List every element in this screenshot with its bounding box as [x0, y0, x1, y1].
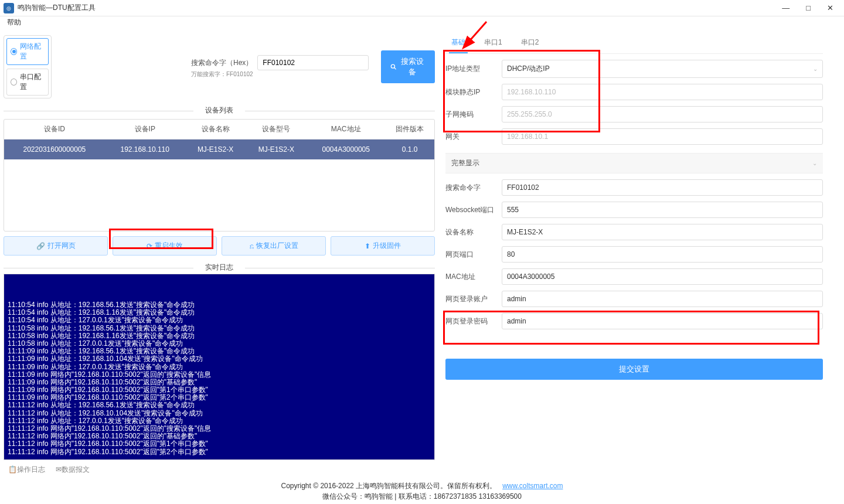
table-header: 设备名称 — [185, 120, 246, 139]
network-config-radio[interactable]: 网络配置 — [6, 38, 49, 65]
pass-label: 网页登录密码 — [445, 316, 502, 326]
table-cell: 0.1.0 — [385, 139, 434, 160]
upload-icon: ⬆ — [365, 242, 370, 250]
searchcmd-label: 搜索命令字 — [445, 183, 502, 193]
radio-dot-icon — [11, 48, 17, 55]
gateway-label: 网关 — [445, 132, 502, 142]
log-line: 11:11:09 info 网络内"192.168.10.110:5002"返回… — [8, 371, 431, 379]
table-cell: 192.168.10.110 — [105, 139, 185, 160]
webport-input[interactable]: 80 — [502, 246, 823, 263]
log-output[interactable]: 11:10:54 info 从地址：192.168.56.1发送"搜索设备"命令… — [4, 274, 435, 460]
mac-input[interactable]: 0004A3000005 — [502, 268, 823, 285]
menubar: 帮助 — [0, 16, 844, 29]
log-line: 11:11:12 info 网络内"192.168.10.110:5002"返回… — [8, 448, 431, 456]
log-line: 11:11:09 info 从地址：192.168.10.104发送"搜索设备"… — [8, 355, 431, 363]
wsport-label: Websocket端口 — [445, 205, 502, 215]
table-cell: MJ-E1S2-X — [185, 139, 246, 160]
link-icon: 🔗 — [36, 242, 45, 250]
mac-label: MAC地址 — [445, 272, 502, 282]
footer: Copyright © 2016-2022 上海鸣驹智能科技有限公司。保留所有权… — [0, 478, 844, 504]
chevron-down-icon: ⌄ — [812, 160, 817, 166]
table-header: 设备IP — [105, 120, 185, 139]
search-cmd-label: 搜索命令字（Hex） — [191, 58, 253, 68]
open-web-button[interactable]: 🔗打开网页 — [4, 236, 108, 256]
webport-label: 网页端口 — [445, 250, 502, 260]
log-line: 11:11:09 info 从地址：127.0.0.1发送"搜索设备"命令成功 — [8, 363, 431, 371]
minimize-button[interactable]: — — [782, 4, 789, 12]
window-title: 鸣驹智能—DTU配置工具 — [18, 3, 96, 13]
app-logo: ◎ — [4, 3, 14, 13]
tab-data-frames[interactable]: ✉数据报文 — [56, 465, 90, 475]
search-icon — [390, 63, 397, 70]
table-cell: MJ-E1S2-X — [246, 139, 307, 160]
iptype-select[interactable]: DHCP/动态IP⌄ — [502, 60, 823, 78]
log-line: 11:11:12 info 从地址：192.168.56.1发送"搜索设备"命令… — [8, 401, 431, 409]
devname-label: 设备名称 — [445, 227, 502, 237]
log-line: 11:10:54 info 从地址：127.0.0.1发送"搜索设备"命令成功 — [8, 316, 431, 324]
config-mode-group: 网络配置 串口配置 — [4, 35, 52, 98]
upgrade-firmware-button[interactable]: ⬆升级固件 — [331, 236, 435, 256]
full-display-toggle[interactable]: 完整显示⌄ — [445, 153, 823, 173]
table-header: 设备ID — [4, 120, 105, 139]
search-device-button[interactable]: 搜索设备 — [381, 50, 435, 83]
user-label: 网页登录账户 — [445, 294, 502, 304]
gateway-input[interactable]: 192.168.10.1 — [502, 128, 823, 145]
log-title: 实时日志 — [4, 263, 435, 273]
tab-operation-log[interactable]: 📋操作日志 — [8, 465, 45, 475]
searchcmd-input[interactable]: FF010102 — [502, 179, 823, 196]
search-cmd-input[interactable] — [257, 55, 369, 70]
maximize-button[interactable]: □ — [806, 4, 811, 12]
table-header: MAC地址 — [307, 120, 385, 139]
titlebar: ◎ 鸣驹智能—DTU配置工具 — □ ✕ — [0, 0, 844, 16]
reboot-button[interactable]: ⟳重启生效 — [113, 236, 217, 256]
tab-basic[interactable]: 基础 — [449, 33, 468, 53]
log-line: 11:10:58 info 从地址：192.168.1.16发送"搜索设备"命令… — [8, 332, 431, 340]
serial-config-radio[interactable]: 串口配置 — [6, 69, 49, 96]
iptype-label: IP地址类型 — [445, 64, 502, 74]
table-cell: 0004A3000005 — [307, 139, 385, 160]
table-row[interactable]: 2022031600000005192.168.10.110MJ-E1S2-XM… — [4, 139, 434, 160]
staticip-label: 模块静态IP — [445, 87, 502, 97]
table-cell: 2022031600000005 — [4, 139, 105, 160]
refresh-icon: ⟳ — [147, 242, 152, 250]
mask-label: 子网掩码 — [445, 110, 502, 120]
company-link[interactable]: www.coltsmart.com — [502, 482, 563, 490]
mask-input[interactable]: 255.255.255.0 — [502, 106, 823, 122]
chevron-down-icon: ⌄ — [813, 66, 818, 72]
svg-point-0 — [391, 64, 394, 68]
user-input[interactable]: admin — [502, 291, 823, 307]
tab-serial2[interactable]: 串口2 — [519, 33, 542, 53]
log-line: 11:11:12 info 网络内"192.168.10.110:5002"返回… — [8, 440, 431, 448]
close-button[interactable]: ✕ — [827, 4, 833, 12]
staticip-input[interactable]: 192.168.10.110 — [502, 84, 823, 100]
tab-serial1[interactable]: 串口1 — [482, 33, 505, 53]
pass-input[interactable]: admin — [502, 313, 823, 329]
factory-reset-button[interactable]: ⎌恢复出厂设置 — [222, 236, 326, 256]
device-table: 设备ID设备IP设备名称设备型号MAC地址固件版本 20220316000000… — [4, 119, 435, 231]
device-list-title: 设备列表 — [4, 105, 435, 115]
search-cmd-hint: 万能搜索字：FF010102 — [191, 70, 376, 79]
table-header: 固件版本 — [385, 120, 434, 139]
table-header: 设备型号 — [246, 120, 307, 139]
submit-settings-button[interactable]: 提交设置 — [445, 359, 823, 380]
svg-line-1 — [394, 67, 396, 69]
wsport-input[interactable]: 555 — [502, 202, 823, 218]
devname-input[interactable]: MJ-E1S2-X — [502, 224, 823, 240]
log-line: 11:10:58 info 从地址：192.168.56.1发送"搜索设备"命令… — [8, 325, 431, 332]
restore-icon: ⎌ — [250, 242, 254, 250]
log-line: 11:11:12 info 从地址：192.168.10.104发送"搜索设备"… — [8, 410, 431, 417]
help-menu[interactable]: 帮助 — [7, 18, 21, 26]
radio-dot-icon — [11, 79, 17, 86]
